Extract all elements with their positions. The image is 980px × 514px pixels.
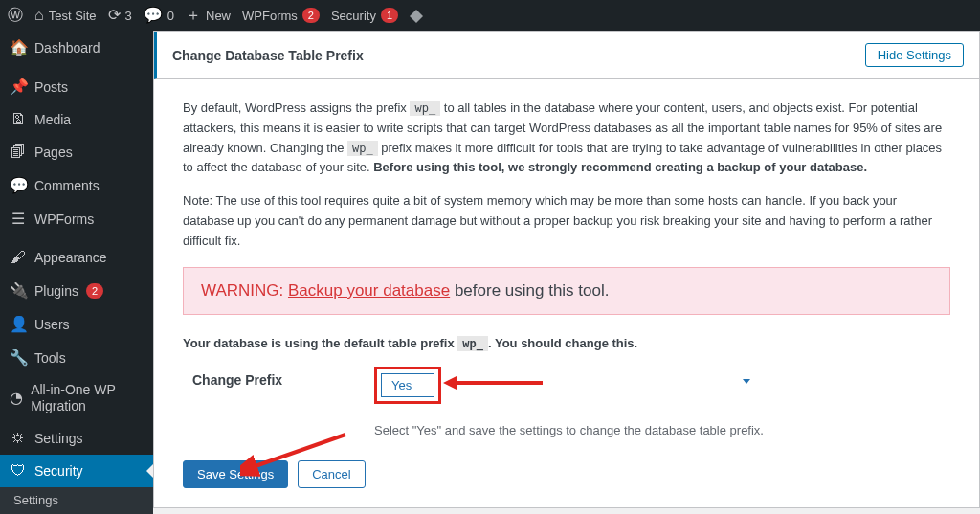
sidebar-label: Comments xyxy=(34,178,100,193)
updates-icon: ⟳ xyxy=(108,8,121,23)
settings-icon: ⛭ xyxy=(10,430,27,447)
dashboard-icon: 🏠 xyxy=(10,38,27,56)
sidebar-item-security[interactable]: 🛡Security xyxy=(0,455,153,487)
security-badge: 1 xyxy=(381,8,398,23)
main-content: Change Database Table Prefix Hide Settin… xyxy=(153,31,980,514)
media-icon: 🖻 xyxy=(10,111,27,128)
sidebar-label: Plugins xyxy=(34,283,78,299)
home-icon: ⌂ xyxy=(34,8,44,23)
code-prefix: wp_ xyxy=(457,336,488,351)
postbox: Change Database Table Prefix Hide Settin… xyxy=(153,31,980,508)
warning-prefix: WARNING: xyxy=(201,281,288,300)
change-prefix-row: Change Prefix Yes xyxy=(183,367,950,437)
plus-icon: ＋ xyxy=(186,8,201,23)
sidebar-item-comments[interactable]: 💬Comments xyxy=(0,168,153,202)
site-link[interactable]: ⌂Test Site xyxy=(34,8,97,23)
wordpress-icon: ⓦ xyxy=(8,8,23,23)
diamond-icon xyxy=(410,3,423,16)
description-paragraph-1: By default, WordPress assigns the prefix… xyxy=(183,99,950,178)
warning-box: WARNING: Backup your database before usi… xyxy=(183,267,950,315)
users-icon: 👤 xyxy=(10,315,27,333)
sidebar-item-tools[interactable]: 🔧Tools xyxy=(0,341,153,374)
wpforms-icon: ☰ xyxy=(10,210,27,228)
annotation-arrow xyxy=(457,381,543,385)
sidebar-label: Appearance xyxy=(34,250,107,265)
change-prefix-select[interactable]: Yes xyxy=(381,373,434,397)
sidebar-item-posts[interactable]: 📌Posts xyxy=(0,70,153,103)
sidebar-label: Posts xyxy=(34,79,68,95)
admin-bar: ⓦ ⌂Test Site ⟳3 💬0 ＋New WPForms 2 Securi… xyxy=(0,0,980,31)
plugins-badge: 2 xyxy=(86,283,103,299)
actions-row: Save Settings Cancel xyxy=(183,460,950,488)
wp-logo[interactable]: ⓦ xyxy=(8,8,23,23)
sidebar-label: Media xyxy=(34,112,71,127)
comments-count: 0 xyxy=(167,9,174,23)
submenu-settings[interactable]: Settings xyxy=(0,487,153,513)
sidebar-label: Security xyxy=(34,463,83,479)
sidebar-item-users[interactable]: 👤Users xyxy=(0,307,153,341)
wpforms-ab-label: WPForms xyxy=(242,9,298,23)
warning-suffix: before using this tool. xyxy=(450,281,609,300)
code-prefix: wp_ xyxy=(410,101,440,116)
change-prefix-label: Change Prefix xyxy=(183,367,336,388)
security-ab-label: Security xyxy=(331,9,376,23)
sidebar-item-settings[interactable]: ⛭Settings xyxy=(0,422,153,455)
sidebar-item-pages[interactable]: 🗐Pages xyxy=(0,136,153,168)
updates-link[interactable]: ⟳3 xyxy=(108,8,132,23)
sidebar-label: All-in-One WP Migration xyxy=(31,382,144,414)
admin-sidebar: 🏠Dashboard 📌Posts 🖻Media 🗐Pages 💬Comment… xyxy=(0,31,153,514)
comment-icon: 💬 xyxy=(144,8,163,23)
select-highlight-wrap: Yes xyxy=(374,367,764,404)
sidebar-item-migration[interactable]: ◔All-in-One WP Migration xyxy=(0,374,153,422)
comments-icon: 💬 xyxy=(10,176,27,194)
pages-icon: 🗐 xyxy=(10,144,27,161)
description-paragraph-2: Note: The use of this tool requires quit… xyxy=(183,191,950,251)
sidebar-item-dashboard[interactable]: 🏠Dashboard xyxy=(0,31,153,64)
chevron-down-icon xyxy=(743,379,750,384)
postbox-title: Change Database Table Prefix xyxy=(172,48,364,63)
save-settings-button[interactable]: Save Settings xyxy=(183,460,288,488)
status-line: Your database is using the default table… xyxy=(183,334,950,354)
wpforms-link[interactable]: WPForms 2 xyxy=(242,8,320,23)
code-prefix: wp_ xyxy=(347,141,378,156)
hide-settings-button[interactable]: Hide Settings xyxy=(865,43,964,67)
sidebar-item-wpforms[interactable]: ☰WPForms xyxy=(0,202,153,235)
cancel-button[interactable]: Cancel xyxy=(298,460,365,488)
sidebar-item-media[interactable]: 🖻Media xyxy=(0,103,153,136)
migration-icon: ◔ xyxy=(10,389,23,407)
sidebar-label: WPForms xyxy=(34,212,94,227)
site-name: Test Site xyxy=(49,9,97,23)
postbox-header: Change Database Table Prefix Hide Settin… xyxy=(154,32,979,79)
annotation-red-border: Yes xyxy=(374,367,441,404)
shield-icon: 🛡 xyxy=(10,462,27,480)
sidebar-label: Users xyxy=(34,317,70,332)
sidebar-label: Pages xyxy=(34,145,73,160)
sidebar-item-appearance[interactable]: 🖌Appearance xyxy=(0,241,153,274)
diamond-menu[interactable] xyxy=(410,9,423,22)
helper-text: Select "Yes" and save the settings to ch… xyxy=(374,423,764,437)
plugins-icon: 🔌 xyxy=(10,281,27,300)
backup-link[interactable]: Backup your database xyxy=(288,281,450,300)
posts-icon: 📌 xyxy=(10,78,27,96)
comments-link[interactable]: 💬0 xyxy=(144,8,174,23)
wpforms-badge: 2 xyxy=(302,8,320,23)
sidebar-label: Dashboard xyxy=(34,40,100,56)
postbox-body: By default, WordPress assigns the prefix… xyxy=(154,79,979,507)
updates-count: 3 xyxy=(125,9,132,23)
sidebar-label: Settings xyxy=(34,431,83,446)
new-content-link[interactable]: ＋New xyxy=(186,8,231,23)
appearance-icon: 🖌 xyxy=(10,249,27,266)
sidebar-item-plugins[interactable]: 🔌Plugins 2 xyxy=(0,274,153,307)
tools-icon: 🔧 xyxy=(10,348,27,367)
new-label: New xyxy=(206,9,231,23)
sidebar-label: Tools xyxy=(34,350,66,366)
security-link[interactable]: Security 1 xyxy=(331,8,398,23)
